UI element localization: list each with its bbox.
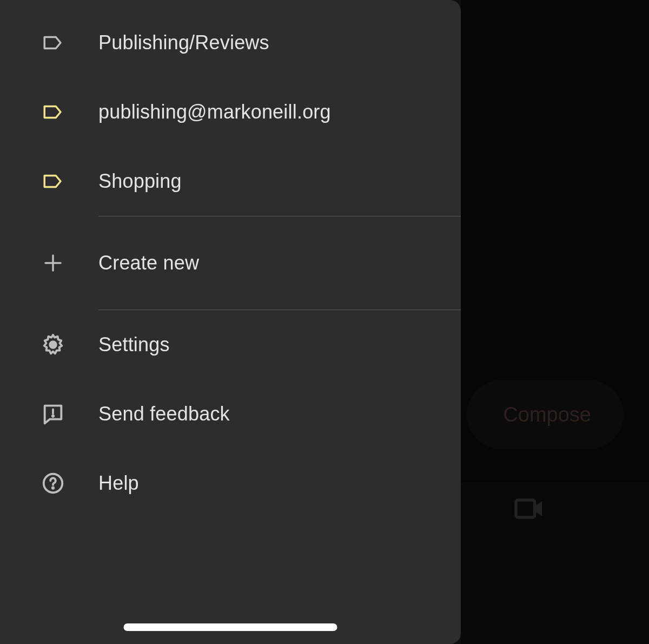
label-icon	[40, 168, 66, 194]
help-item[interactable]: Help	[0, 449, 461, 518]
navigation-drawer: Publishing/Reviews publishing@markoneill…	[0, 0, 461, 644]
compose-button-label: Compose	[503, 403, 591, 426]
send-feedback-item[interactable]: Send feedback	[0, 379, 461, 449]
settings-item[interactable]: Settings	[0, 310, 461, 379]
label-text: Shopping	[98, 170, 182, 193]
create-new-text: Create new	[98, 252, 199, 274]
compose-button[interactable]: Compose	[467, 380, 624, 449]
label-item-publishing-email[interactable]: publishing@markoneill.org	[0, 77, 461, 147]
label-icon	[40, 99, 66, 125]
gear-icon	[40, 332, 66, 358]
bottom-nav-bar	[461, 482, 649, 644]
svg-rect-0	[516, 500, 535, 517]
svg-point-5	[52, 416, 54, 417]
settings-text: Settings	[98, 333, 170, 356]
label-text: Publishing/Reviews	[98, 31, 269, 54]
create-new-label[interactable]: Create new	[0, 216, 461, 310]
svg-point-3	[50, 341, 56, 348]
label-item-publishing-reviews[interactable]: Publishing/Reviews	[0, 8, 461, 77]
help-icon	[40, 470, 66, 496]
help-text: Help	[98, 472, 139, 495]
label-item-shopping[interactable]: Shopping	[0, 147, 461, 216]
meet-icon[interactable]	[512, 491, 546, 526]
label-icon	[40, 30, 66, 56]
send-feedback-text: Send feedback	[98, 403, 230, 425]
svg-point-7	[52, 487, 54, 488]
label-text: publishing@markoneill.org	[98, 101, 331, 123]
plus-icon	[40, 250, 66, 276]
home-indicator[interactable]	[124, 623, 337, 631]
feedback-icon	[40, 401, 66, 427]
